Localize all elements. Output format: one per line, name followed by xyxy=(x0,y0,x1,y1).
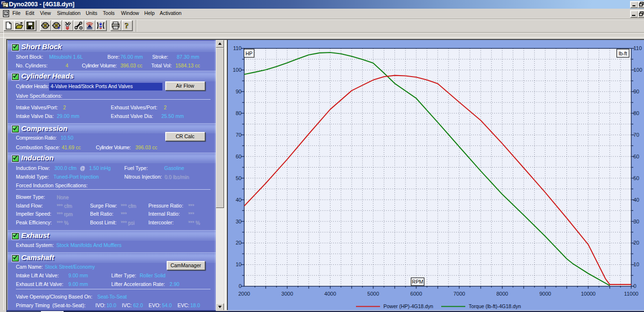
svg-text:P: P xyxy=(58,26,60,30)
svg-text:70: 70 xyxy=(633,132,639,138)
svg-text:40: 40 xyxy=(236,197,241,203)
svg-text:9000: 9000 xyxy=(539,291,551,297)
svg-text:30: 30 xyxy=(236,219,241,224)
svg-text:100: 100 xyxy=(633,67,642,73)
svg-text:3000: 3000 xyxy=(281,291,293,297)
svg-text:90: 90 xyxy=(633,89,639,94)
svg-text:6000: 6000 xyxy=(410,291,422,297)
svg-text:90: 90 xyxy=(236,89,241,94)
svg-text:50: 50 xyxy=(236,175,241,181)
svg-text:100: 100 xyxy=(233,67,241,73)
svg-text:7000: 7000 xyxy=(453,291,465,297)
svg-text:lb-ft: lb-ft xyxy=(618,51,627,56)
svg-text:110: 110 xyxy=(233,45,242,51)
svg-text:80: 80 xyxy=(236,110,241,116)
svg-text:110: 110 xyxy=(633,45,642,51)
svg-text:8000: 8000 xyxy=(496,291,508,297)
svg-text:40: 40 xyxy=(633,197,639,203)
svg-text:60: 60 xyxy=(633,154,639,159)
svg-text:0: 0 xyxy=(238,283,241,289)
svg-text:HP: HP xyxy=(246,51,253,56)
svg-text:5000: 5000 xyxy=(368,291,379,297)
svg-text:11000: 11000 xyxy=(624,291,639,297)
svg-text:0: 0 xyxy=(633,283,636,289)
svg-text:80: 80 xyxy=(633,110,639,116)
svg-text:Torque (lb-ft)-4G18.dyn: Torque (lb-ft)-4G18.dyn xyxy=(469,303,521,309)
svg-text:10000: 10000 xyxy=(581,291,596,297)
svg-text:30: 30 xyxy=(633,219,639,224)
svg-text:2000: 2000 xyxy=(238,291,250,297)
svg-text:10: 10 xyxy=(236,261,241,267)
svg-text:4000: 4000 xyxy=(324,291,336,297)
svg-text:?: ? xyxy=(125,21,129,30)
svg-text:20: 20 xyxy=(633,240,639,246)
svg-text:50: 50 xyxy=(633,175,639,181)
svg-text:Power (HP)-4G18.dyn: Power (HP)-4G18.dyn xyxy=(383,303,433,309)
svg-text:70: 70 xyxy=(236,132,241,138)
svg-text:10: 10 xyxy=(633,261,639,267)
svg-text:20: 20 xyxy=(236,240,241,246)
svg-text:60: 60 xyxy=(236,154,241,159)
svg-text:RPM: RPM xyxy=(412,279,423,285)
